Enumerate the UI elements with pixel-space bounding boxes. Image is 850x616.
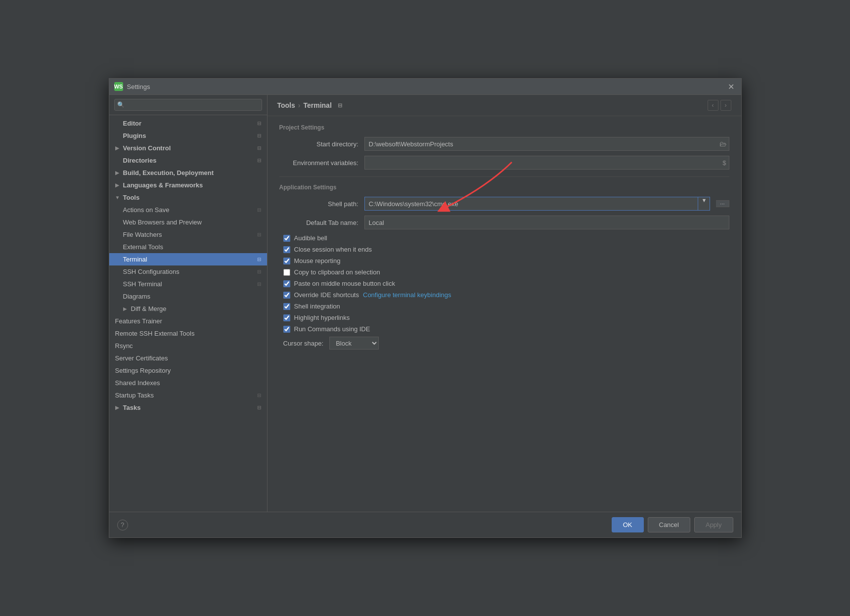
sidebar-item-terminal[interactable]: Terminal ⊟ xyxy=(109,253,267,265)
title-bar: WS Settings ✕ xyxy=(109,79,741,95)
copy-clipboard-label: Copy to clipboard on selection xyxy=(294,268,380,276)
default-tab-row: Default Tab name: xyxy=(279,216,729,229)
sidebar-item-tasks[interactable]: ▶ Tasks ⊟ xyxy=(109,401,267,414)
pin-icon: ⊟ xyxy=(257,207,261,213)
sidebar-item-ssh-terminal[interactable]: SSH Terminal ⊟ xyxy=(109,278,267,290)
copy-clipboard-checkbox[interactable] xyxy=(283,269,290,276)
close-session-label: Close session when it ends xyxy=(294,246,372,253)
chevron-icon: ▶ xyxy=(123,306,129,311)
audible-bell-label: Audible bell xyxy=(294,234,327,242)
shell-browse-button[interactable]: ··· xyxy=(716,200,729,207)
ok-button[interactable]: OK xyxy=(612,517,644,532)
sidebar-item-build[interactable]: ▶ Build, Execution, Deployment xyxy=(109,167,267,179)
sidebar-item-directories[interactable]: Directories ⊟ xyxy=(109,154,267,167)
search-wrapper: 🔍 xyxy=(114,99,262,111)
sidebar-item-shared-indexes[interactable]: Shared Indexes xyxy=(109,377,267,389)
sidebar-item-remote-ssh[interactable]: Remote SSH External Tools xyxy=(109,327,267,340)
env-variables-input[interactable] xyxy=(364,156,729,170)
sidebar-item-editor[interactable]: Editor ⊟ xyxy=(109,117,267,130)
mouse-reporting-checkbox[interactable] xyxy=(283,258,290,264)
breadcrumb-separator: › xyxy=(298,101,301,109)
start-directory-label: Start directory: xyxy=(279,140,358,148)
cursor-shape-select[interactable]: Block Underline Beam xyxy=(329,337,379,350)
checkbox-shell-integration: Shell integration xyxy=(279,303,729,310)
start-directory-row: Start directory: 🗁 xyxy=(279,137,729,151)
default-tab-input[interactable] xyxy=(364,216,729,229)
start-directory-input[interactable] xyxy=(364,137,729,151)
sidebar-item-tools[interactable]: ▼ Tools xyxy=(109,191,267,204)
audible-bell-checkbox[interactable] xyxy=(283,235,290,242)
checkbox-audible-bell: Audible bell xyxy=(279,234,729,242)
paste-middle-checkbox[interactable] xyxy=(283,280,290,287)
breadcrumb: Tools › Terminal ⊟ xyxy=(277,101,342,109)
sidebar-item-languages[interactable]: ▶ Languages & Frameworks xyxy=(109,179,267,191)
nav-arrows: ‹ › xyxy=(708,100,731,111)
shell-path-input[interactable] xyxy=(365,197,698,210)
cancel-button[interactable]: Cancel xyxy=(648,517,690,532)
sidebar-item-server-certificates[interactable]: Server Certificates xyxy=(109,352,267,364)
sidebar-item-version-control[interactable]: ▶ Version Control ⊟ xyxy=(109,142,267,154)
breadcrumb-current: Terminal xyxy=(303,101,331,109)
content-area: Tools › Terminal ⊟ ‹ › Project Settings … xyxy=(268,95,741,512)
checkbox-run-commands: Run Commands using IDE xyxy=(279,325,729,333)
pin-icon: ⊟ xyxy=(257,232,261,237)
sidebar-item-actions-on-save[interactable]: Actions on Save ⊟ xyxy=(109,204,267,216)
chevron-icon: ▶ xyxy=(115,145,121,151)
sidebar-item-external-tools[interactable]: External Tools xyxy=(109,241,267,253)
highlight-hyperlinks-checkbox[interactable] xyxy=(283,314,290,321)
checkbox-mouse-reporting: Mouse reporting xyxy=(279,257,729,264)
chevron-icon: ▶ xyxy=(115,170,121,176)
start-directory-input-wrapper: 🗁 xyxy=(364,137,729,151)
close-button[interactable]: ✕ xyxy=(726,82,736,91)
folder-icon: 🗁 xyxy=(719,140,726,148)
shell-integration-checkbox[interactable] xyxy=(283,303,290,310)
cursor-shape-row: Cursor shape: Block Underline Beam xyxy=(279,337,729,350)
breadcrumb-pin-icon: ⊟ xyxy=(338,102,342,109)
close-session-checkbox[interactable] xyxy=(283,246,290,253)
sidebar-item-plugins[interactable]: Plugins ⊟ xyxy=(109,130,267,142)
configure-keybindings-link[interactable]: Configure terminal keybindings xyxy=(363,291,451,299)
pin-icon: ⊟ xyxy=(257,158,261,163)
pin-icon: ⊟ xyxy=(257,393,261,398)
forward-button[interactable]: › xyxy=(720,100,731,111)
chevron-icon: ▶ xyxy=(115,405,121,410)
env-input-wrapper: $ xyxy=(364,156,729,170)
sidebar-item-features-trainer[interactable]: Features Trainer xyxy=(109,315,267,327)
search-input[interactable] xyxy=(114,99,262,111)
env-variables-label: Environment variables: xyxy=(279,159,358,167)
run-commands-label: Run Commands using IDE xyxy=(294,325,370,333)
sidebar-item-diff-merge[interactable]: ▶ Diff & Merge xyxy=(109,303,267,315)
paste-middle-label: Paste on middle mouse button click xyxy=(294,280,396,287)
apply-button[interactable]: Apply xyxy=(694,517,733,532)
sidebar-item-diagrams[interactable]: Diagrams xyxy=(109,290,267,303)
chevron-icon: ▶ xyxy=(115,182,121,188)
mouse-reporting-label: Mouse reporting xyxy=(294,257,341,264)
env-variables-row: Environment variables: $ xyxy=(279,156,729,170)
override-ide-checkbox[interactable] xyxy=(283,292,290,299)
sidebar-item-settings-repository[interactable]: Settings Repository xyxy=(109,364,267,377)
sidebar-item-startup-tasks[interactable]: Startup Tasks ⊟ xyxy=(109,389,267,401)
checkbox-highlight-hyperlinks: Highlight hyperlinks xyxy=(279,314,729,321)
pin-icon: ⊟ xyxy=(257,257,261,262)
shell-path-label: Shell path: xyxy=(279,200,358,208)
help-button[interactable]: ? xyxy=(117,520,128,530)
content-scroll: Project Settings Start directory: 🗁 Envi… xyxy=(268,116,741,512)
shell-path-wrapper: ▼ xyxy=(364,197,711,211)
checkbox-copy-clipboard: Copy to clipboard on selection xyxy=(279,268,729,276)
shell-path-row: Shell path: ▼ ··· xyxy=(279,197,729,211)
pin-icon: ⊟ xyxy=(257,269,261,274)
back-button[interactable]: ‹ xyxy=(708,100,718,111)
checkbox-paste-middle: Paste on middle mouse button click xyxy=(279,280,729,287)
highlight-hyperlinks-label: Highlight hyperlinks xyxy=(294,314,350,321)
sidebar-item-web-browsers[interactable]: Web Browsers and Preview xyxy=(109,216,267,228)
sidebar-item-rsync[interactable]: Rsync xyxy=(109,340,267,352)
app-settings-label: Application Settings xyxy=(279,184,729,191)
search-box: 🔍 xyxy=(109,95,267,115)
run-commands-checkbox[interactable] xyxy=(283,326,290,333)
sidebar-item-file-watchers[interactable]: File Watchers ⊟ xyxy=(109,228,267,241)
sidebar-nav: Editor ⊟ Plugins ⊟ ▶ Version Control ⊟ D… xyxy=(109,115,267,512)
shell-dropdown-button[interactable]: ▼ xyxy=(698,197,710,210)
search-icon: 🔍 xyxy=(117,101,125,108)
chevron-icon: ▼ xyxy=(115,195,121,200)
sidebar-item-ssh-configurations[interactable]: SSH Configurations ⊟ xyxy=(109,265,267,278)
